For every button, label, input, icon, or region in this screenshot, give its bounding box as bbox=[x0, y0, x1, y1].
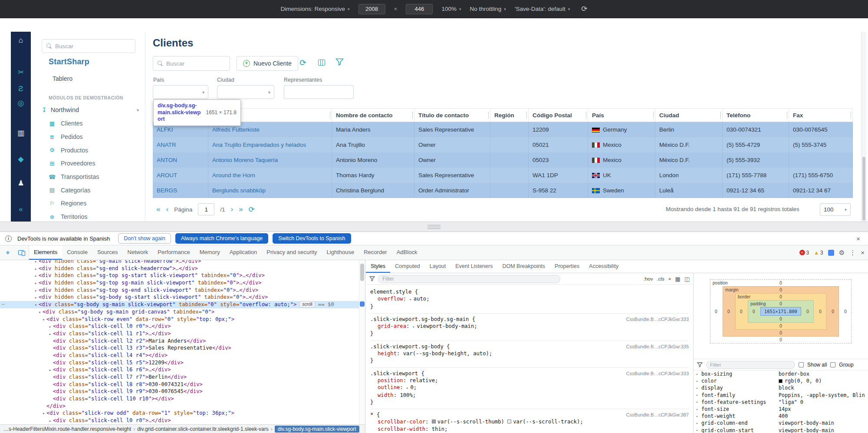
dom-tree-node[interactable]: ▸<div hidden class="sg-top sg-start slic… bbox=[0, 272, 359, 279]
box-model-padding[interactable]: padding 0 0 0 0 1651×171.800 bbox=[748, 300, 814, 323]
table-row[interactable]: ANTONAntonio Moreno TaqueríaAntonio More… bbox=[153, 152, 853, 168]
viewport-height-input[interactable] bbox=[406, 4, 433, 14]
collapse-arrow-icon[interactable]: ▸ bbox=[47, 331, 53, 337]
viewport-width-input[interactable] bbox=[358, 4, 385, 14]
sidebar-search-input[interactable] bbox=[55, 43, 131, 50]
row-link[interactable]: ANATR bbox=[157, 142, 176, 148]
row-link[interactable]: ANTON bbox=[157, 157, 177, 163]
dom-tree-node[interactable]: ▸<div hidden class="sg-main slick-header… bbox=[0, 260, 359, 265]
sidebar-item-proveedores[interactable]: ⊞Proveedores bbox=[31, 157, 145, 170]
css-property[interactable]: height: var(--sg-body-height, auto); bbox=[370, 350, 689, 357]
dom-tree-node[interactable]: <div class="slick-cell l7 r7">Berlin</di… bbox=[0, 374, 359, 381]
breadcrumb-item[interactable]: …s-HeaderFiltersMixin.route-handler.resp… bbox=[3, 426, 131, 432]
dom-tree-node[interactable]: <div class="slick-cell l2 r2">Maria Ande… bbox=[0, 337, 359, 345]
css-property[interactable]: scrollbar-width: thin; bbox=[370, 426, 689, 433]
tab-console[interactable]: Console bbox=[62, 245, 92, 260]
country-filter-select[interactable]: ▾ bbox=[153, 85, 208, 99]
s-glyph-icon[interactable]: Ƨ bbox=[11, 85, 31, 93]
sidebar-item-transportistas[interactable]: ☎Transportistas bbox=[31, 170, 145, 184]
sidebar-tab-accessibility[interactable]: Accessibility bbox=[584, 260, 623, 273]
city-filter-select[interactable]: ▾ bbox=[217, 85, 274, 99]
show-all-checkbox[interactable] bbox=[799, 362, 804, 367]
css-property[interactable]: scrollbar-color: var(--s-scroll-thumb) v… bbox=[370, 418, 689, 425]
computed-property[interactable]: ▸font-feature-settings"liga" 0 bbox=[694, 399, 868, 406]
row-link[interactable]: Ana Trujillo Emparedados y helados bbox=[212, 142, 306, 148]
tab-application[interactable]: Application bbox=[225, 245, 262, 260]
row-link[interactable]: Berglunds snabbköp bbox=[212, 187, 266, 194]
computed-property[interactable]: ▸colorrgb(0, 0, 0) bbox=[694, 377, 868, 384]
sidebar-group-northwind[interactable]: ↧ Northwind ▾ bbox=[42, 104, 139, 116]
expand-value-icon[interactable]: ▸ bbox=[413, 324, 415, 329]
infobar-close-icon[interactable]: × bbox=[854, 235, 863, 242]
collapse-sidebar-icon[interactable]: « bbox=[11, 205, 31, 213]
pane-layout-icon[interactable]: ◫ bbox=[684, 276, 690, 282]
sidebar-tab-properties[interactable]: Properties bbox=[550, 260, 584, 273]
group-checkbox[interactable] bbox=[830, 362, 835, 367]
serenity-logo-icon[interactable]: ◎ bbox=[11, 99, 31, 107]
stylesheet-link[interactable]: CssBundle.B…cCPJkGw:335 bbox=[626, 343, 689, 350]
tab-recorder[interactable]: Recorder bbox=[359, 245, 391, 260]
first-page-icon[interactable]: « bbox=[156, 205, 160, 214]
table-row[interactable]: ALFKIAlfreds FutterkisteMaria AndersSale… bbox=[153, 122, 853, 137]
dom-tree-node[interactable]: </div> bbox=[0, 403, 359, 410]
expand-arrow-icon[interactable]: ▸ bbox=[696, 414, 701, 418]
collapse-arrow-icon[interactable]: ▸ bbox=[33, 287, 39, 294]
reload-grid-icon[interactable]: ⟳ bbox=[249, 205, 255, 214]
dom-tree-node[interactable]: <div class="slick-cell l8 r8">030-007432… bbox=[0, 381, 359, 388]
dom-tree-node[interactable]: ▸<div hidden class="sg-end slick-headerr… bbox=[0, 265, 359, 272]
dom-tree-node[interactable]: ▸<div class="slick-cell l1 r1">…</div> bbox=[0, 330, 359, 337]
computed-property[interactable]: ▸font-weight400 bbox=[694, 413, 868, 420]
throttling-select[interactable]: No throttling▾ bbox=[470, 6, 506, 12]
extension-icon[interactable] bbox=[828, 250, 834, 256]
sidebar-tab-event-listeners[interactable]: Event Listeners bbox=[450, 260, 497, 273]
expand-arrow-icon[interactable]: ▸ bbox=[696, 421, 701, 425]
last-page-icon[interactable]: » bbox=[239, 205, 243, 214]
scrollbar-thumb[interactable] bbox=[862, 157, 865, 221]
column-header[interactable]: Título de contacto bbox=[414, 109, 490, 122]
page-number-input[interactable] bbox=[198, 203, 214, 215]
brand-logo[interactable]: StartSharp bbox=[49, 57, 89, 66]
row-link[interactable]: Antonio Moreno Taquería bbox=[212, 157, 278, 163]
expand-arrow-icon[interactable]: ▸ bbox=[696, 428, 701, 432]
dom-tree-node[interactable]: <div class="slick-cell l9 r9">030-007654… bbox=[0, 388, 359, 395]
tab-network[interactable]: Network bbox=[123, 245, 153, 260]
scrollbar-thumb[interactable] bbox=[360, 264, 364, 281]
grid-overlay-icon[interactable]: ▦ bbox=[675, 276, 680, 282]
device-toolbar-icon[interactable] bbox=[15, 247, 26, 258]
computed-property[interactable]: ▸displayblock bbox=[694, 384, 868, 391]
devtools-splitter[interactable] bbox=[0, 221, 868, 232]
dom-tree-node[interactable]: ▸<div hidden class="sg-top sg-end slick-… bbox=[0, 287, 359, 294]
box-model-position[interactable]: position 0 0 0 0 margin 0 0 0 0 bbox=[710, 279, 852, 344]
box-model-content[interactable]: 1651×171.800 bbox=[760, 307, 801, 316]
sidebar-tab-layout[interactable]: Layout bbox=[425, 260, 451, 273]
collapse-arrow-icon[interactable]: ▸ bbox=[47, 417, 53, 424]
color-swatch-icon[interactable] bbox=[507, 420, 511, 423]
elements-scrollbar[interactable] bbox=[359, 260, 365, 424]
tab-sources[interactable]: Sources bbox=[92, 245, 123, 260]
tab-adblock[interactable]: AdBlock bbox=[392, 245, 422, 260]
box-model-margin[interactable]: margin 0 0 0 0 border 0 0 0 0 bbox=[723, 286, 839, 337]
tab-elements[interactable]: Elements bbox=[29, 245, 62, 260]
app-scrollbar[interactable] bbox=[861, 32, 866, 221]
sidebar-item-territorios[interactable]: ⊕Territorios bbox=[31, 210, 145, 221]
computed-property[interactable]: ▸box-sizingborder-box bbox=[694, 370, 868, 377]
settings-gear-icon[interactable]: ⚙ bbox=[839, 249, 845, 257]
collapse-arrow-icon[interactable]: ▸ bbox=[33, 272, 39, 279]
computed-property[interactable]: ▸font-size14px bbox=[694, 406, 868, 413]
collapse-arrow-icon[interactable]: ▸ bbox=[33, 260, 39, 265]
sidebar-search[interactable] bbox=[42, 39, 135, 53]
collapse-arrow-icon[interactable]: ▸ bbox=[47, 323, 53, 330]
column-header[interactable]: Fax bbox=[789, 109, 853, 122]
dom-tree-node[interactable]: ▸<div class="slick-cell l0 r0">…</div> bbox=[0, 417, 359, 424]
color-swatch-icon[interactable] bbox=[432, 420, 436, 423]
dom-tree-node[interactable]: <div class="slick-cell l10 r10"></div> bbox=[0, 395, 359, 403]
more-options-icon[interactable]: ⋮ bbox=[849, 249, 856, 257]
new-client-button[interactable]: + Nuevo Cliente bbox=[237, 56, 298, 71]
sidebar-tab-computed[interactable]: Computed bbox=[390, 260, 425, 273]
infobar-button-switch-devtools-to-spanish[interactable]: Switch DevTools to Spanish bbox=[273, 233, 351, 244]
tab-lighthouse[interactable]: Lighthouse bbox=[322, 245, 359, 260]
styles-toolbar-hov[interactable]: :hov bbox=[644, 276, 653, 281]
css-property[interactable]: grid-area: ▸viewport-body-main; bbox=[370, 323, 689, 330]
dom-tree-node[interactable]: <div class="slick-cell l5 r5">12209</div… bbox=[0, 359, 359, 367]
infobar-button-don-t-show-again[interactable]: Don't show again bbox=[118, 233, 171, 244]
